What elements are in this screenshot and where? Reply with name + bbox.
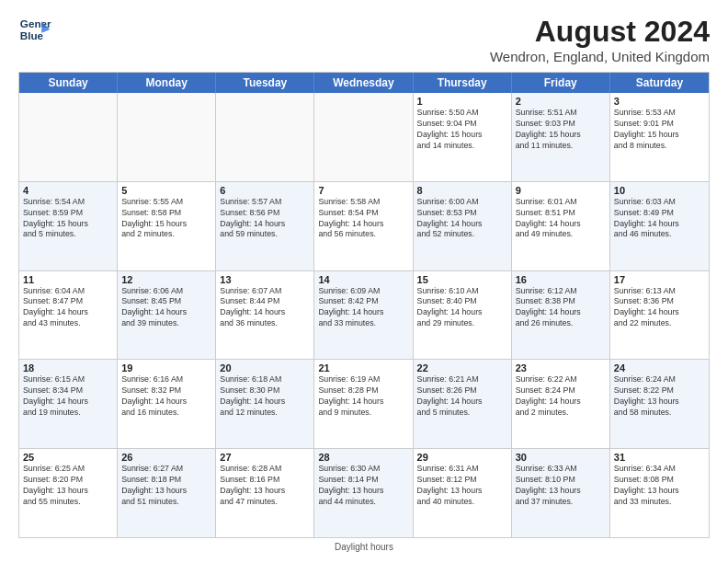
day-number: 7 — [318, 185, 408, 196]
dow-monday: Monday — [118, 73, 216, 93]
title-block: August 2024 Wendron, England, United Kin… — [490, 15, 710, 64]
day-number: 27 — [220, 452, 310, 463]
cal-cell-3-1: 11Sunrise: 6:04 AM Sunset: 8:47 PM Dayli… — [19, 271, 118, 360]
subtitle: Wendron, England, United Kingdom — [490, 49, 710, 64]
day-number: 19 — [121, 362, 211, 373]
cal-cell-1-5: 1Sunrise: 5:50 AM Sunset: 9:04 PM Daylig… — [414, 93, 512, 181]
day-info: Sunrise: 5:58 AM Sunset: 8:54 PM Dayligh… — [318, 197, 408, 241]
cal-cell-2-4: 7Sunrise: 5:58 AM Sunset: 8:54 PM Daylig… — [314, 182, 413, 270]
page: General Blue August 2024 Wendron, Englan… — [0, 0, 728, 563]
day-info: Sunrise: 6:16 AM Sunset: 8:32 PM Dayligh… — [121, 374, 211, 419]
day-info: Sunrise: 6:12 AM Sunset: 8:38 PM Dayligh… — [516, 286, 606, 330]
cal-cell-1-4 — [314, 93, 413, 181]
day-info: Sunrise: 6:27 AM Sunset: 8:18 PM Dayligh… — [121, 464, 211, 508]
day-info: Sunrise: 6:34 AM Sunset: 8:08 PM Dayligh… — [614, 464, 705, 508]
cal-cell-4-6: 23Sunrise: 6:22 AM Sunset: 8:24 PM Dayli… — [512, 360, 610, 448]
cal-cell-4-2: 19Sunrise: 6:16 AM Sunset: 8:32 PM Dayli… — [118, 360, 216, 448]
day-number: 6 — [220, 185, 310, 196]
calendar: Sunday Monday Tuesday Wednesday Thursday… — [18, 72, 710, 538]
cal-cell-4-3: 20Sunrise: 6:18 AM Sunset: 8:30 PM Dayli… — [216, 360, 314, 448]
dow-saturday: Saturday — [610, 73, 709, 93]
cal-cell-3-7: 17Sunrise: 6:13 AM Sunset: 8:36 PM Dayli… — [610, 271, 709, 360]
day-number: 3 — [614, 96, 705, 107]
calendar-header: Sunday Monday Tuesday Wednesday Thursday… — [19, 73, 709, 93]
day-info: Sunrise: 5:57 AM Sunset: 8:56 PM Dayligh… — [220, 197, 310, 241]
day-number: 4 — [23, 185, 113, 196]
day-info: Sunrise: 6:21 AM Sunset: 8:26 PM Dayligh… — [417, 374, 507, 419]
day-number: 31 — [614, 452, 705, 463]
day-info: Sunrise: 6:33 AM Sunset: 8:10 PM Dayligh… — [516, 464, 606, 508]
day-info: Sunrise: 6:30 AM Sunset: 8:14 PM Dayligh… — [318, 464, 408, 508]
day-number: 29 — [417, 452, 507, 463]
header: General Blue August 2024 Wendron, Englan… — [18, 15, 710, 64]
day-info: Sunrise: 6:03 AM Sunset: 8:49 PM Dayligh… — [614, 197, 705, 241]
cal-cell-2-3: 6Sunrise: 5:57 AM Sunset: 8:56 PM Daylig… — [216, 182, 314, 270]
day-info: Sunrise: 6:13 AM Sunset: 8:36 PM Dayligh… — [614, 286, 705, 330]
day-number: 2 — [516, 96, 606, 107]
cal-cell-5-5: 29Sunrise: 6:31 AM Sunset: 8:12 PM Dayli… — [414, 449, 512, 537]
day-number: 8 — [417, 185, 507, 196]
footer: Daylight hours — [18, 542, 710, 552]
calendar-week-5: 25Sunrise: 6:25 AM Sunset: 8:20 PM Dayli… — [19, 449, 709, 537]
day-number: 26 — [121, 452, 211, 463]
day-number: 22 — [417, 362, 507, 373]
cal-cell-5-7: 31Sunrise: 6:34 AM Sunset: 8:08 PM Dayli… — [610, 449, 709, 537]
day-number: 30 — [516, 452, 606, 463]
calendar-week-4: 18Sunrise: 6:15 AM Sunset: 8:34 PM Dayli… — [19, 360, 709, 449]
day-number: 23 — [516, 362, 606, 373]
day-info: Sunrise: 5:51 AM Sunset: 9:03 PM Dayligh… — [516, 108, 606, 152]
day-number: 18 — [23, 362, 113, 373]
cal-cell-1-2 — [118, 93, 216, 181]
day-number: 5 — [121, 185, 211, 196]
day-info: Sunrise: 6:01 AM Sunset: 8:51 PM Dayligh… — [516, 197, 606, 241]
day-number: 28 — [318, 452, 408, 463]
day-info: Sunrise: 6:00 AM Sunset: 8:53 PM Dayligh… — [417, 197, 507, 241]
day-number: 10 — [614, 185, 705, 196]
dow-thursday: Thursday — [414, 73, 512, 93]
dow-sunday: Sunday — [19, 73, 118, 93]
day-number: 11 — [23, 274, 113, 285]
cal-cell-5-3: 27Sunrise: 6:28 AM Sunset: 8:16 PM Dayli… — [216, 449, 314, 537]
dow-tuesday: Tuesday — [216, 73, 314, 93]
day-info: Sunrise: 6:19 AM Sunset: 8:28 PM Dayligh… — [318, 374, 408, 419]
cal-cell-5-4: 28Sunrise: 6:30 AM Sunset: 8:14 PM Dayli… — [314, 449, 413, 537]
day-info: Sunrise: 6:06 AM Sunset: 8:45 PM Dayligh… — [121, 286, 211, 330]
calendar-week-1: 1Sunrise: 5:50 AM Sunset: 9:04 PM Daylig… — [19, 93, 709, 182]
day-number: 16 — [516, 274, 606, 285]
day-info: Sunrise: 6:15 AM Sunset: 8:34 PM Dayligh… — [23, 374, 113, 419]
main-title: August 2024 — [490, 15, 710, 49]
day-info: Sunrise: 6:09 AM Sunset: 8:42 PM Dayligh… — [318, 286, 408, 330]
cal-cell-2-2: 5Sunrise: 5:55 AM Sunset: 8:58 PM Daylig… — [118, 182, 216, 270]
day-info: Sunrise: 6:18 AM Sunset: 8:30 PM Dayligh… — [220, 374, 310, 419]
day-info: Sunrise: 6:25 AM Sunset: 8:20 PM Dayligh… — [23, 464, 113, 508]
day-info: Sunrise: 6:24 AM Sunset: 8:22 PM Dayligh… — [614, 374, 705, 419]
cal-cell-2-5: 8Sunrise: 6:00 AM Sunset: 8:53 PM Daylig… — [414, 182, 512, 270]
cal-cell-5-1: 25Sunrise: 6:25 AM Sunset: 8:20 PM Dayli… — [19, 449, 118, 537]
day-info: Sunrise: 5:55 AM Sunset: 8:58 PM Dayligh… — [121, 197, 211, 241]
day-number: 9 — [516, 185, 606, 196]
day-number: 15 — [417, 274, 507, 285]
day-number: 20 — [220, 362, 310, 373]
day-info: Sunrise: 6:04 AM Sunset: 8:47 PM Dayligh… — [23, 286, 113, 330]
calendar-body: 1Sunrise: 5:50 AM Sunset: 9:04 PM Daylig… — [19, 93, 709, 537]
day-info: Sunrise: 5:50 AM Sunset: 9:04 PM Dayligh… — [417, 108, 507, 152]
day-info: Sunrise: 6:07 AM Sunset: 8:44 PM Dayligh… — [220, 286, 310, 330]
day-info: Sunrise: 6:10 AM Sunset: 8:40 PM Dayligh… — [417, 286, 507, 330]
cal-cell-1-6: 2Sunrise: 5:51 AM Sunset: 9:03 PM Daylig… — [512, 93, 610, 181]
cal-cell-5-6: 30Sunrise: 6:33 AM Sunset: 8:10 PM Dayli… — [512, 449, 610, 537]
day-number: 21 — [318, 362, 408, 373]
day-number: 25 — [23, 452, 113, 463]
day-number: 17 — [614, 274, 705, 285]
cal-cell-1-1 — [19, 93, 118, 181]
day-number: 14 — [318, 274, 408, 285]
dow-friday: Friday — [512, 73, 610, 93]
cal-cell-5-2: 26Sunrise: 6:27 AM Sunset: 8:18 PM Dayli… — [118, 449, 216, 537]
cal-cell-3-5: 15Sunrise: 6:10 AM Sunset: 8:40 PM Dayli… — [414, 271, 512, 360]
svg-text:Blue: Blue — [20, 29, 44, 41]
cal-cell-3-2: 12Sunrise: 6:06 AM Sunset: 8:45 PM Dayli… — [118, 271, 216, 360]
cal-cell-1-7: 3Sunrise: 5:53 AM Sunset: 9:01 PM Daylig… — [610, 93, 709, 181]
cal-cell-1-3 — [216, 93, 314, 181]
day-number: 12 — [121, 274, 211, 285]
day-number: 1 — [417, 96, 507, 107]
logo: General Blue — [18, 15, 51, 48]
